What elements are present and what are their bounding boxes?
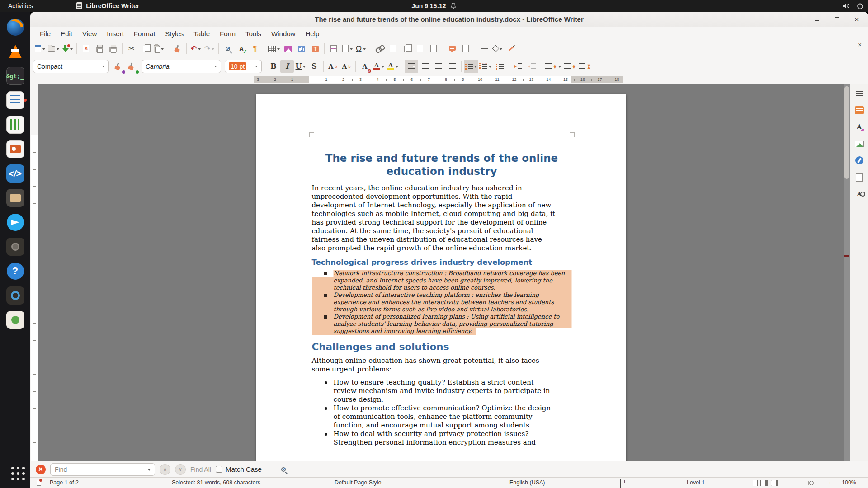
font-name-combobox[interactable]: Cambria [142, 60, 221, 73]
decrease-paragraph-spacing-button[interactable]: ▼▲ [577, 60, 592, 73]
close-window-button[interactable]: × [852, 14, 862, 24]
intro-paragraph[interactable]: In recent years, the online education in… [312, 184, 572, 253]
save-button[interactable] [61, 42, 74, 56]
book-view-icon[interactable] [771, 480, 778, 486]
font-color-button[interactable]: A [372, 60, 386, 73]
insert-image-button[interactable] [281, 42, 295, 56]
dock-libreoffice-calc-icon[interactable] [4, 113, 27, 136]
selected-bullet-list[interactable]: Network infrastructure construction : Br… [312, 270, 572, 335]
insert-special-character-button[interactable]: Ω [354, 42, 368, 56]
dock-software-store-icon[interactable] [4, 308, 27, 332]
find-history-dropdown-icon[interactable] [148, 469, 151, 472]
zoom-slider[interactable]: − + [786, 480, 832, 486]
challenge-list-item[interactable]: How to promote effective communication? … [312, 404, 572, 430]
clock-menu[interactable]: Jun 9 15:12 [411, 2, 456, 9]
menu-item[interactable]: File [35, 28, 56, 39]
find-next-button[interactable]: ∨ [175, 464, 186, 475]
heading-technological-progress[interactable]: Technological progress drives industry d… [312, 258, 572, 267]
checkbox-box[interactable] [216, 466, 222, 473]
zoom-percent[interactable]: 100% [842, 479, 856, 486]
multi-page-view-icon[interactable] [760, 480, 768, 486]
align-center-button[interactable] [418, 60, 432, 73]
align-justify-button[interactable] [445, 60, 459, 73]
italic-button[interactable]: I [280, 60, 294, 73]
show-applications-button[interactable] [4, 459, 27, 483]
challenge-list-item[interactable]: How to ensure teaching quality? Establis… [312, 378, 572, 404]
find-and-replace-button[interactable] [277, 463, 290, 476]
zoom-knob[interactable] [809, 481, 814, 485]
print-button[interactable] [93, 42, 106, 56]
cut-button[interactable]: ✂ [125, 42, 138, 56]
new-style-button[interactable] [124, 60, 138, 73]
document-title[interactable]: The rise and future trends of the online… [312, 152, 572, 178]
insert-table-button[interactable] [267, 42, 281, 56]
no-list-button[interactable] [493, 60, 506, 73]
page-deck-icon[interactable] [853, 171, 866, 183]
insert-endnote-button[interactable] [400, 42, 413, 56]
outline-level-status[interactable]: Level 1 [687, 479, 705, 486]
document-page[interactable]: The rise and future trends of the online… [256, 94, 626, 461]
dock-terminal-icon[interactable]: &gt;_ [4, 64, 27, 88]
page-count-status[interactable]: Page 1 of 2 [50, 479, 79, 486]
copy-button[interactable] [138, 42, 152, 56]
challenges-bullet-list[interactable]: How to ensure teaching quality? Establis… [312, 378, 572, 447]
insert-mode-icon[interactable] [620, 479, 621, 488]
highlight-color-button[interactable]: A [386, 60, 400, 73]
update-style-button[interactable] [111, 60, 124, 73]
track-changes-button[interactable] [459, 42, 472, 56]
page-style-status[interactable]: Default Page Style [335, 479, 382, 486]
menu-item[interactable]: Help [300, 28, 324, 39]
horizontal-ruler[interactable]: 123456789101112131415161718321 [30, 75, 868, 84]
new-document-button[interactable] [33, 42, 47, 56]
redo-button[interactable]: ↷ [203, 42, 216, 56]
single-page-view-icon[interactable] [753, 480, 758, 486]
find-replace-button[interactable] [221, 42, 235, 56]
menu-item[interactable]: Form [215, 28, 241, 39]
vertical-scrollbar[interactable] [844, 84, 850, 461]
formatting-marks-button[interactable]: ¶ [248, 42, 262, 56]
dock-settings-app-icon[interactable] [4, 284, 27, 307]
menu-item[interactable]: Tools [241, 28, 266, 39]
styles-deck-icon[interactable]: A [853, 121, 866, 133]
clear-formatting-button[interactable]: Ax [358, 60, 372, 73]
menu-item[interactable]: Edit [56, 28, 77, 39]
paste-button[interactable] [152, 42, 165, 56]
focused-app-indicator[interactable]: LibreOffice Writer [76, 2, 139, 9]
selected-list-item[interactable]: Development of interactive teaching plat… [312, 291, 572, 313]
document-canvas[interactable]: The rise and future trends of the online… [38, 84, 844, 461]
match-case-checkbox[interactable]: Match Case [216, 465, 262, 473]
dock-vscode-icon[interactable]: </> [4, 162, 27, 185]
dock-libreoffice-impress-icon[interactable] [4, 137, 27, 161]
insert-textbox-button[interactable]: T [308, 42, 322, 56]
insert-chart-button[interactable] [295, 42, 308, 56]
selected-list-item[interactable]: Development of personalized learning pla… [312, 313, 572, 335]
zoom-track[interactable] [792, 483, 826, 483]
properties-deck-icon[interactable] [853, 104, 866, 116]
maximize-button[interactable] [832, 14, 842, 24]
menu-item[interactable]: Table [189, 28, 215, 39]
bold-button[interactable]: B [267, 60, 280, 73]
ordered-list-button[interactable] [478, 60, 493, 73]
close-document-icon[interactable]: × [858, 41, 862, 48]
insert-bookmark-button[interactable] [413, 42, 427, 56]
find-previous-button[interactable]: ∧ [160, 464, 170, 475]
export-pdf-button[interactable] [79, 42, 93, 56]
spelling-button[interactable]: A ✓ [235, 42, 248, 56]
font-size-combobox[interactable]: 10 pt [225, 60, 262, 73]
increase-paragraph-spacing-button[interactable]: ▲▼ [562, 60, 577, 73]
undo-button[interactable]: ↶ [189, 42, 203, 56]
activities-button[interactable]: Activities [0, 0, 41, 12]
heading-challenges[interactable]: Challenges and solutions [312, 341, 572, 353]
system-tray[interactable] [843, 0, 863, 12]
insert-cross-reference-button[interactable] [427, 42, 440, 56]
zoom-in-icon[interactable]: + [828, 480, 831, 486]
insert-hyperlink-button[interactable] [373, 42, 386, 56]
dock-vlc-icon[interactable] [4, 40, 27, 63]
vertical-ruler[interactable] [30, 84, 38, 461]
menu-item[interactable]: Format [129, 28, 160, 39]
find-input[interactable] [55, 466, 136, 473]
word-count-status[interactable]: Selected: 81 words, 608 characters [172, 479, 260, 486]
menu-item[interactable]: View [77, 28, 102, 39]
dock-help-icon[interactable]: ? [4, 259, 27, 283]
zoom-out-icon[interactable]: − [786, 480, 789, 486]
